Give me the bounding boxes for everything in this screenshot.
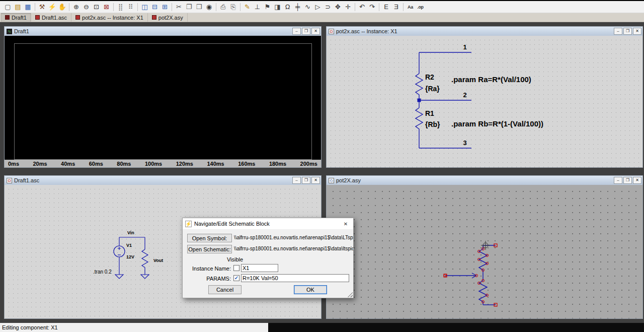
waveform-pane[interactable]: 0ms20ms40ms60ms80ms100ms120ms140ms160ms1… bbox=[5, 36, 321, 167]
new-schematic-button[interactable]: ▢ bbox=[3, 2, 13, 12]
instance-name-input[interactable] bbox=[241, 264, 278, 272]
instance-name-visible-checkbox[interactable] bbox=[233, 265, 239, 271]
minimize-button[interactable]: – bbox=[614, 28, 622, 35]
restore-button[interactable]: ❐ bbox=[623, 28, 632, 35]
snap-grid-button[interactable]: ⠿ bbox=[126, 2, 135, 12]
waveform-window-titlebar[interactable]: ∿ Draft1 – ❐ ✕ bbox=[5, 27, 321, 36]
axis-tick-label: 0ms bbox=[8, 161, 19, 167]
toolbar-separator bbox=[403, 3, 404, 11]
asy-window-title: pot2X.asy bbox=[336, 177, 612, 183]
print-preview-button[interactable]: ⎘ bbox=[228, 2, 238, 12]
show-grid-button[interactable]: ⣿ bbox=[116, 2, 125, 12]
tran-directive[interactable]: .tran 0.2 bbox=[93, 269, 112, 275]
mdi-workspace: ∿ Draft1 – ❐ ✕ 0ms20ms40ms60ms80ms100ms1… bbox=[0, 22, 644, 323]
tab-pot2x-asy[interactable]: pot2X.asy bbox=[148, 13, 188, 22]
vout-net-label[interactable]: Vout bbox=[153, 258, 163, 263]
plot-area[interactable] bbox=[14, 43, 312, 160]
minimize-button[interactable]: – bbox=[292, 28, 301, 35]
params-input[interactable] bbox=[241, 274, 349, 282]
params-visible-checkbox[interactable]: ✓ bbox=[233, 275, 239, 281]
close-button[interactable]: ✕ bbox=[633, 177, 641, 184]
symbol-path-text: \\alfrru-sp180001.eu.novartis.net\arenap… bbox=[234, 235, 353, 242]
net-flag-1[interactable]: 1 bbox=[458, 43, 471, 51]
text-button[interactable]: Aa bbox=[406, 2, 415, 12]
open-symbol-button[interactable]: Open Symbol: bbox=[187, 234, 232, 242]
dialog-close-button[interactable]: ✕ bbox=[338, 218, 353, 229]
net-flag-2[interactable]: 2 bbox=[458, 91, 471, 99]
pan-button[interactable]: ✋ bbox=[57, 2, 67, 12]
save-button[interactable]: ▦ bbox=[23, 2, 33, 12]
drag-button[interactable]: ✛ bbox=[343, 2, 353, 12]
tab-draft1[interactable]: Draft1 bbox=[1, 13, 31, 22]
close-button[interactable]: ✕ bbox=[311, 177, 320, 184]
axis-tick-label: 200ms bbox=[300, 161, 317, 167]
status-message: Editing component: X1 bbox=[0, 323, 268, 332]
open-schematic-button[interactable]: Open Schematic: bbox=[187, 245, 232, 253]
v1-designator[interactable]: V1 bbox=[126, 243, 132, 248]
param-rb-directive[interactable]: .param Rb=R*(1-(Val/100)) bbox=[451, 119, 543, 128]
spice-directive-button[interactable]: .op bbox=[416, 2, 425, 12]
pot2x-schematic-canvas[interactable]: 1 2 3 R2 {Ra} R1 {Rb} .param Ra=R*(Val/1… bbox=[327, 36, 642, 167]
run-button[interactable]: ⚡ bbox=[47, 2, 57, 12]
axis-tick-label: 80ms bbox=[117, 161, 131, 167]
r2-designator[interactable]: R2 bbox=[425, 73, 434, 81]
place-capacitor-button[interactable]: ╪ bbox=[293, 2, 302, 12]
place-component-button[interactable]: ⊃ bbox=[323, 2, 333, 12]
draft1-window-titlebar[interactable]: Ω Draft1.asc – ❐ ✕ bbox=[5, 176, 321, 185]
param-ra-directive[interactable]: .param Ra=R*(Val/100) bbox=[451, 75, 531, 84]
close-button[interactable]: ✕ bbox=[311, 28, 320, 35]
undo-button[interactable]: ↶ bbox=[357, 2, 367, 12]
restore-button[interactable]: ❐ bbox=[623, 177, 632, 184]
toolbar-separator bbox=[355, 3, 355, 11]
r2-value-label[interactable]: {Ra} bbox=[425, 85, 440, 93]
cancel-button[interactable]: Cancel bbox=[208, 285, 242, 294]
draw-wire-button[interactable]: ✎ bbox=[243, 2, 252, 12]
place-resistor-button[interactable]: Ω bbox=[283, 2, 292, 12]
redo-button[interactable]: ↷ bbox=[367, 2, 377, 12]
rotate-button[interactable]: E bbox=[381, 2, 391, 12]
place-port-button[interactable]: ◨ bbox=[273, 2, 282, 12]
zoom-in-button[interactable]: ⊕ bbox=[71, 2, 81, 12]
tab-pot2x-asc-instance-x1[interactable]: pot2x.asc -- Instance: X1 bbox=[71, 13, 148, 22]
minimize-button[interactable]: – bbox=[614, 177, 622, 184]
r1-designator[interactable]: R1 bbox=[425, 109, 434, 117]
restore-button[interactable]: ❐ bbox=[302, 177, 310, 184]
zoom-area-button[interactable]: ⊠ bbox=[102, 2, 111, 12]
tab-draft1-asc[interactable]: Draft1.asc bbox=[31, 13, 71, 22]
place-ground-button[interactable]: ⊥ bbox=[253, 2, 262, 12]
ok-button[interactable]: OK bbox=[294, 285, 327, 294]
ltspice-app-icon: ⚡ bbox=[185, 221, 192, 227]
tile-horizontal-button[interactable]: ◫ bbox=[140, 2, 149, 12]
dialog-titlebar[interactable]: ⚡ Navigate/Edit Schematic Block ✕ bbox=[183, 218, 353, 229]
net-label-button[interactable]: ⚑ bbox=[263, 2, 272, 12]
vin-net-label[interactable]: Vin bbox=[127, 230, 134, 235]
move-button[interactable]: ✥ bbox=[333, 2, 343, 12]
r1-value-label[interactable]: {Rb} bbox=[425, 120, 440, 128]
minimize-button[interactable]: – bbox=[292, 177, 301, 184]
find-button[interactable]: ◉ bbox=[204, 2, 214, 12]
mirror-button[interactable]: Ǝ bbox=[391, 2, 401, 12]
zoom-out-button[interactable]: ⊖ bbox=[82, 2, 91, 12]
cascade-windows-button[interactable]: ⊞ bbox=[160, 2, 170, 12]
copy-button[interactable]: ❐ bbox=[184, 2, 194, 12]
place-diode-button[interactable]: ▷ bbox=[313, 2, 323, 12]
resize-grip[interactable] bbox=[347, 292, 353, 297]
restore-button[interactable]: ❐ bbox=[302, 28, 310, 35]
control-panel-button[interactable]: ⚒ bbox=[37, 2, 47, 12]
waveform-window: ∿ Draft1 – ❐ ✕ 0ms20ms40ms60ms80ms100ms1… bbox=[4, 26, 321, 168]
tile-vertical-button[interactable]: ⊟ bbox=[150, 2, 159, 12]
net-flag-3[interactable]: 3 bbox=[458, 139, 471, 147]
close-button[interactable]: ✕ bbox=[633, 28, 641, 35]
paste-button[interactable]: ❒ bbox=[194, 2, 204, 12]
open-file-button[interactable]: ▤ bbox=[13, 2, 23, 12]
pot2x-window-titlebar[interactable]: Ω pot2x.asc -- Instance: X1 – ❐ ✕ bbox=[327, 27, 642, 36]
place-inductor-button[interactable]: ∿ bbox=[303, 2, 312, 12]
zoom-full-extents-button[interactable]: ⊡ bbox=[92, 2, 101, 12]
print-button[interactable]: ⎙ bbox=[218, 2, 228, 12]
asy-window-titlebar[interactable]: ◇ pot2X.asy – ❐ ✕ bbox=[327, 176, 642, 185]
v1-value-label[interactable]: 12V bbox=[126, 254, 134, 259]
tab-label: pot2X.asy bbox=[158, 15, 183, 21]
cut-button[interactable]: ✂ bbox=[174, 2, 184, 12]
axis-tick-label: 20ms bbox=[33, 161, 47, 167]
symbol-editor-canvas[interactable] bbox=[327, 185, 642, 318]
